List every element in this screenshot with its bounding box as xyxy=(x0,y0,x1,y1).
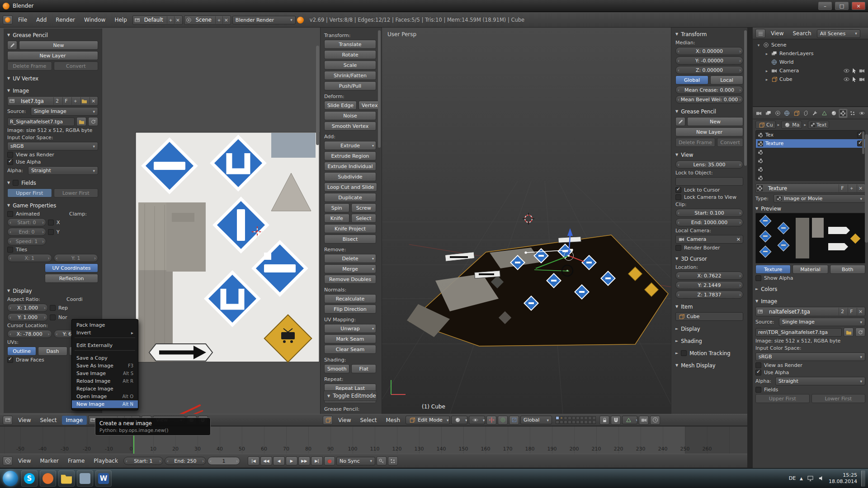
sync-dropdown[interactable]: No Sync xyxy=(336,457,375,465)
toggle-editmode-panel[interactable]: Toggle Editmode xyxy=(323,390,377,401)
manipulator-rotate-button[interactable] xyxy=(498,416,508,425)
fake-user-button[interactable]: F xyxy=(839,184,846,192)
selectable-icon[interactable] xyxy=(851,67,858,74)
anim-speed-field[interactable]: Speed: 1 xyxy=(7,237,46,245)
texture-slot-list[interactable]: TexTexture xyxy=(755,130,865,181)
image-datablock[interactable]: naltafelset7.tga 2 F × xyxy=(755,307,865,316)
scene-add-button[interactable]: ＋ xyxy=(215,16,222,24)
toggle-editmode-header[interactable]: Toggle Editmode xyxy=(327,392,376,400)
show-desktop-button[interactable] xyxy=(861,470,865,487)
render-border-checkbox[interactable]: Render Border xyxy=(675,245,743,251)
cursor-x-field[interactable]: X: -78.000 xyxy=(7,330,52,338)
taskbar-icon-writer[interactable]: W xyxy=(95,470,112,487)
alpha-dropdown[interactable]: Straight xyxy=(775,377,865,385)
layer-cell-1[interactable] xyxy=(556,416,559,420)
texture-slot-empty[interactable] xyxy=(756,174,865,181)
timeline-menu-item[interactable]: Frame xyxy=(64,456,89,465)
expander-icon[interactable]: ▸ xyxy=(764,77,769,82)
properties-tab-scene[interactable] xyxy=(773,108,782,118)
tool-button-extrude[interactable]: Extrude xyxy=(324,141,376,150)
cursor-header[interactable]: 3D Cursor xyxy=(675,254,743,263)
image-browse-icon[interactable] xyxy=(9,98,15,104)
playback-button[interactable]: ▶ xyxy=(286,456,297,465)
uv-outline-button[interactable]: Outline xyxy=(7,347,36,356)
minimize-button[interactable] xyxy=(818,2,832,10)
motion-tracking-panel-header[interactable]: Motion Tracking xyxy=(675,349,743,357)
playback-button[interactable]: ▶▶ xyxy=(298,456,310,465)
network-icon[interactable] xyxy=(807,475,814,482)
image-reload-button[interactable] xyxy=(88,117,98,126)
tool-button-spin[interactable]: Spin xyxy=(324,203,349,212)
anim-end-field[interactable]: End: 0 xyxy=(7,228,46,236)
outliner-item[interactable]: ▸ Camera xyxy=(754,66,867,75)
taskbar-icon-skype[interactable]: S xyxy=(21,470,38,487)
mean-bevel-weight-field[interactable]: Mean Bevel Wei: 0.000 xyxy=(675,95,743,103)
gp-convert-button[interactable]: Convert xyxy=(54,61,99,70)
image-menu-item[interactable]: Edit Externally xyxy=(72,342,138,349)
tool-button-mark-seam[interactable]: Mark Seam xyxy=(324,334,376,343)
scene-browse-icon[interactable] xyxy=(185,17,192,23)
render-opengl-button[interactable] xyxy=(639,416,649,425)
tool-button-loop-cut-and-slide[interactable]: Loop Cut and Slide xyxy=(324,183,377,192)
taskbar-icon-explorer[interactable] xyxy=(58,470,75,487)
properties-tab-modifiers[interactable] xyxy=(811,108,820,118)
manipulator-translate-button[interactable] xyxy=(486,416,496,425)
colors-panel-header[interactable]: Colors xyxy=(755,285,865,293)
tool-button-flip-direction[interactable]: Flip Direction xyxy=(324,305,376,314)
infobar-menu-item[interactable]: Add xyxy=(32,15,51,24)
keying-set-button[interactable] xyxy=(377,456,387,465)
lock-to-cursor-checkbox[interactable]: Lock to Cursor xyxy=(675,187,743,193)
current-frame-field[interactable]: 1 xyxy=(208,457,240,465)
outliner-item[interactable]: ▸ RenderLayers xyxy=(754,49,867,58)
texture-slot-empty[interactable] xyxy=(756,148,865,156)
infobar-menu-item[interactable]: Help xyxy=(110,15,131,24)
texture-slot-texture[interactable]: Texture xyxy=(756,139,865,148)
properties-tab-render-layers[interactable] xyxy=(764,108,773,118)
gp-new-layer-button[interactable]: New Layer xyxy=(7,51,98,60)
lens-field[interactable]: Lens: 35.000 xyxy=(675,160,743,169)
preview-both-button[interactable]: Both xyxy=(830,265,865,274)
tray-expand-icon[interactable]: ▲ xyxy=(800,476,803,481)
image-menu-item[interactable] xyxy=(75,350,135,353)
tool-button-screw[interactable]: Screw xyxy=(351,203,377,212)
show-alpha-checkbox[interactable]: Show Alpha xyxy=(755,275,865,281)
view-as-render-checkbox[interactable]: View as Render xyxy=(7,152,98,158)
layer-cell-9[interactable] xyxy=(588,416,592,420)
frame-start-field[interactable]: Start: 1 xyxy=(123,457,163,465)
tool-button-select[interactable]: Select xyxy=(351,214,377,223)
median-x-field[interactable]: X: 0.00000 xyxy=(675,47,743,55)
image-menu-item[interactable]: Reload Image Alt R xyxy=(72,377,138,385)
image-header[interactable]: Image xyxy=(7,86,98,95)
uv-dash-button[interactable]: Dash xyxy=(38,347,67,356)
layer-cell-15[interactable] xyxy=(572,420,576,424)
tool-button-clear-seam[interactable]: Clear Seam xyxy=(324,345,376,354)
renderable-icon[interactable] xyxy=(859,76,865,83)
mean-crease-field[interactable]: Mean Crease: 0.000 xyxy=(675,86,743,94)
aspect-x-field[interactable]: X: 1.000 xyxy=(7,304,48,312)
reflection-button[interactable]: Reflection xyxy=(45,274,98,283)
clamp-y-checkbox[interactable]: Y xyxy=(48,229,60,235)
tiles-y-field[interactable]: Y: 1 xyxy=(54,254,99,262)
layer-cell-10[interactable] xyxy=(592,416,596,420)
image-add-button[interactable]: ＋ xyxy=(71,97,79,105)
tool-button-vertex[interactable]: Vertex xyxy=(359,101,381,110)
properties-tab-particles[interactable] xyxy=(848,108,857,118)
tool-button-extrude-individual[interactable]: Extrude Individual xyxy=(324,162,376,171)
renderable-icon[interactable] xyxy=(859,67,865,74)
tool-button-rotate[interactable]: Rotate xyxy=(324,50,376,59)
orientation-dropdown[interactable]: Global xyxy=(520,416,552,424)
properties-tab-world[interactable] xyxy=(783,108,792,118)
cursor-y-field[interactable]: Y: 2.1449 xyxy=(675,281,743,289)
layer-cell-19[interactable] xyxy=(588,420,592,424)
layer-cell-6[interactable] xyxy=(576,416,580,420)
tool-button-bisect[interactable]: Bisect xyxy=(324,235,376,244)
tool-button-extrude-region[interactable]: Extrude Region xyxy=(324,151,376,160)
outliner-scope-dropdown[interactable]: All Scenes xyxy=(817,29,860,38)
image-menu-item[interactable]: Invert xyxy=(72,329,138,337)
lock-icon-button[interactable] xyxy=(599,416,609,425)
gp-new-button[interactable]: New xyxy=(687,117,743,126)
tool-button-scale[interactable]: Scale xyxy=(324,61,376,70)
local-camera-field[interactable]: Camera× xyxy=(675,235,743,244)
uv-image-editor[interactable]: Grease Pencil New New Layer Delete Frame… xyxy=(0,28,320,414)
tool-button-knife[interactable]: Knife xyxy=(324,214,349,223)
